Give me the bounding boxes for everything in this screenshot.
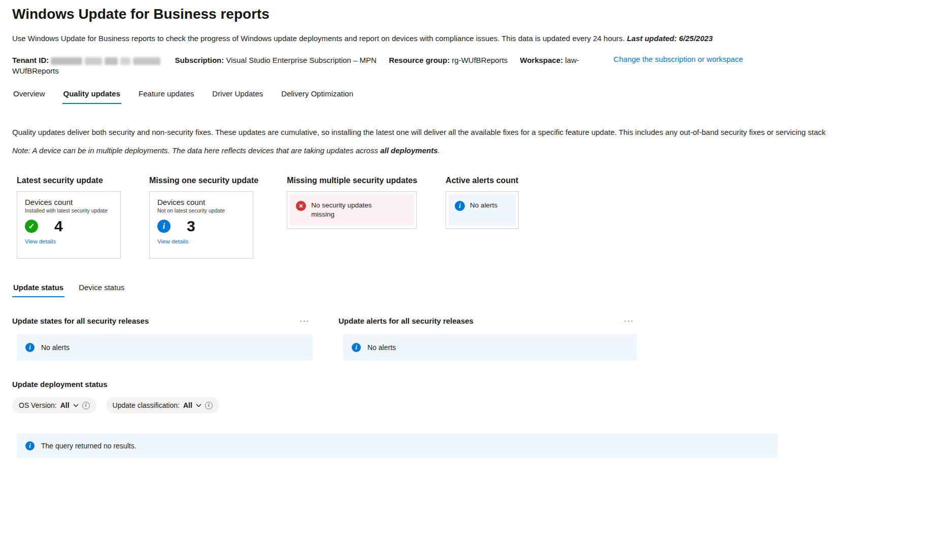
missing-multiple-updates-card: ✕ No security updates missing <box>287 191 417 229</box>
update-classification-filter[interactable]: Update classification: All i <box>106 397 219 413</box>
page-root: Windows Update for Business reports Use … <box>0 0 946 458</box>
latest-view-details-link[interactable]: View details <box>25 238 56 244</box>
subscription-label: Subscription: <box>175 56 226 64</box>
info-alert-text: No alerts <box>470 201 497 210</box>
change-subscription-link[interactable]: Change the subscription or workspace <box>614 55 743 63</box>
query-no-results-text: The query returned no results. <box>41 442 137 450</box>
tenant-id: Tenant ID: <box>12 56 162 64</box>
devices-count-sublabel: Installed with latest security update <box>25 207 113 214</box>
info-outline-icon[interactable]: i <box>205 402 213 409</box>
missing-one-devices-count-value: 3 <box>187 218 195 235</box>
metric-row: ✓ 4 <box>25 218 113 235</box>
more-options-icon[interactable]: ··· <box>296 316 313 326</box>
missing-one-update-column: Missing one security update Devices coun… <box>149 176 258 259</box>
no-alerts-text: No alerts <box>367 343 396 352</box>
os-version-filter-label: OS Version: <box>19 401 57 409</box>
latest-security-update-title: Latest security update <box>17 176 121 185</box>
update-alerts-section: Update alerts for all security releases … <box>339 316 637 361</box>
info-icon: i <box>157 220 171 233</box>
missing-one-update-card: Devices count Not on latest security upd… <box>149 191 253 259</box>
latest-security-update-card: Devices count Installed with latest secu… <box>17 191 121 259</box>
page-title: Windows Update for Business reports <box>12 6 946 22</box>
tab-feature-updates[interactable]: Feature updates <box>138 89 195 104</box>
error-icon: ✕ <box>296 201 306 211</box>
note-bold: all deployments <box>380 146 437 155</box>
tab-device-status[interactable]: Device status <box>78 283 125 297</box>
devices-count-sublabel: Not on latest security update <box>157 207 245 214</box>
meta-info: Tenant ID: Subscription: Visual Studio E… <box>12 55 591 76</box>
status-sub-tabs: Update status Device status <box>12 283 946 297</box>
workspace-label: Workspace: <box>520 56 565 64</box>
update-alerts-no-alerts-bar: i No alerts <box>343 334 637 361</box>
missing-one-update-title: Missing one security update <box>149 176 258 185</box>
security-releases-sections: Update states for all security releases … <box>12 316 946 361</box>
chevron-down-icon <box>196 404 201 407</box>
description-text: Use Windows Update for Business reports … <box>12 34 627 43</box>
update-states-title: Update states for all security releases <box>12 317 149 325</box>
note-prefix: Note: A device can be in multiple deploy… <box>12 146 380 155</box>
query-no-results-bar: i The query returned no results. <box>17 434 778 458</box>
tab-driver-updates[interactable]: Driver Updates <box>211 89 264 104</box>
tab-overview[interactable]: Overview <box>12 89 46 104</box>
devices-count-label: Devices count <box>25 198 113 206</box>
success-check-icon: ✓ <box>25 220 38 233</box>
resource-group: Resource group: rg-WUfBReports <box>389 56 508 64</box>
active-alerts-card: i No alerts <box>446 191 519 229</box>
update-states-no-alerts-bar: i No alerts <box>17 334 313 361</box>
update-states-section: Update states for all security releases … <box>12 316 313 361</box>
main-tabs: Overview Quality updates Feature updates… <box>12 89 946 104</box>
os-version-filter-value: All <box>60 401 70 409</box>
summary-cards-row: Latest security update Devices count Ins… <box>17 176 946 259</box>
update-deployment-status-title: Update deployment status <box>12 380 946 389</box>
page-description: Use Windows Update for Business reports … <box>12 33 946 44</box>
tab-delivery-optimization[interactable]: Delivery Optimization <box>280 89 354 104</box>
note-suffix: . <box>438 146 440 155</box>
info-outline-icon[interactable]: i <box>82 402 90 409</box>
tab-update-status[interactable]: Update status <box>12 283 64 297</box>
update-classification-filter-value: All <box>183 401 192 409</box>
latest-security-update-column: Latest security update Devices count Ins… <box>17 176 121 259</box>
info-icon: i <box>455 201 465 211</box>
no-alerts-text: No alerts <box>41 343 70 352</box>
subscription-value: Visual Studio Enterprise Subscription – … <box>226 56 377 64</box>
info-icon: i <box>25 343 35 352</box>
missing-multiple-updates-column: Missing multiple security updates ✕ No s… <box>287 176 417 229</box>
missing-one-view-details-link[interactable]: View details <box>157 238 188 244</box>
error-alert: ✕ No security updates missing <box>290 194 414 226</box>
subscription: Subscription: Visual Studio Enterprise S… <box>175 56 377 64</box>
info-icon: i <box>352 343 361 352</box>
section-title-row: Update states for all security releases … <box>12 316 313 326</box>
metric-row: i 3 <box>157 218 245 235</box>
os-version-filter[interactable]: OS Version: All i <box>12 397 96 413</box>
update-classification-filter-label: Update classification: <box>113 401 180 409</box>
resource-group-value: rg-WUfBReports <box>452 56 508 64</box>
deployments-note: Note: A device can be in multiple deploy… <box>12 146 946 155</box>
info-alert: i No alerts <box>449 194 516 226</box>
resource-group-label: Resource group: <box>389 56 452 64</box>
tenant-id-redacted-value <box>51 57 160 65</box>
last-updated-text: Last updated: 6/25/2023 <box>627 34 713 43</box>
devices-count-label: Devices count <box>157 198 245 206</box>
tenant-id-label: Tenant ID: <box>12 56 51 64</box>
meta-row: Tenant ID: Subscription: Visual Studio E… <box>12 55 743 76</box>
more-options-icon[interactable]: ··· <box>621 316 637 326</box>
tab-quality-updates[interactable]: Quality updates <box>62 89 122 104</box>
update-alerts-title: Update alerts for all security releases <box>339 317 474 325</box>
filter-pills-row: OS Version: All i Update classification:… <box>12 397 946 413</box>
quality-updates-description: Quality updates deliver both security an… <box>12 127 946 137</box>
info-icon: i <box>25 441 35 450</box>
chevron-down-icon <box>73 404 79 407</box>
missing-multiple-updates-title: Missing multiple security updates <box>287 176 417 185</box>
active-alerts-title: Active alerts count <box>446 176 519 185</box>
section-title-row: Update alerts for all security releases … <box>339 316 637 326</box>
latest-devices-count-value: 4 <box>54 218 63 235</box>
active-alerts-column: Active alerts count i No alerts <box>446 176 519 229</box>
error-alert-text: No security updates missing <box>311 201 387 219</box>
